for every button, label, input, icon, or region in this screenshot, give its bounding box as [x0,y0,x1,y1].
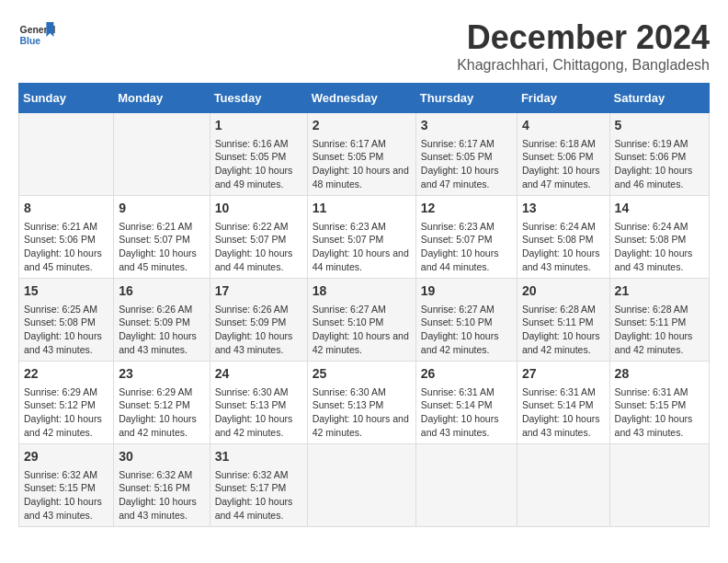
calendar-day-cell: 27Sunrise: 6:31 AMSunset: 5:14 PMDayligh… [517,362,609,444]
logo-icon: General Blue [18,18,55,55]
empty-calendar-cell [609,444,709,527]
calendar-day-cell: 14Sunrise: 6:24 AMSunset: 5:08 PMDayligh… [609,196,709,279]
calendar-day-cell: 23Sunrise: 6:29 AMSunset: 5:12 PMDayligh… [114,362,210,444]
title-section: December 2024 Khagrachhari, Chittagong, … [457,18,710,74]
day-number: 27 [522,365,605,384]
calendar-day-cell: 28Sunrise: 6:31 AMSunset: 5:15 PMDayligh… [609,362,709,444]
calendar-day-cell: 4Sunrise: 6:18 AMSunset: 5:06 PMDaylight… [517,113,609,196]
day-number: 12 [421,200,512,218]
day-number: 26 [421,365,512,384]
day-number: 2 [313,117,411,135]
day-number: 17 [215,282,302,301]
day-number: 4 [522,117,605,135]
day-of-week-header: Tuesday [210,84,307,113]
calendar-day-cell: 19Sunrise: 6:27 AMSunset: 5:10 PMDayligh… [415,279,517,362]
calendar-day-cell: 1Sunrise: 6:16 AMSunset: 5:05 PMDaylight… [210,113,307,196]
calendar-day-cell: 8Sunrise: 6:21 AMSunset: 5:06 PMDaylight… [19,196,114,279]
calendar-day-cell: 31Sunrise: 6:32 AMSunset: 5:17 PMDayligh… [210,444,307,527]
empty-calendar-cell [307,444,415,527]
calendar-day-cell: 26Sunrise: 6:31 AMSunset: 5:14 PMDayligh… [415,362,517,444]
calendar-day-cell: 25Sunrise: 6:30 AMSunset: 5:13 PMDayligh… [307,362,415,444]
day-of-week-header: Thursday [415,84,517,113]
day-number: 29 [24,448,108,466]
calendar-day-cell: 12Sunrise: 6:23 AMSunset: 5:07 PMDayligh… [415,196,517,279]
calendar-table: SundayMondayTuesdayWednesdayThursdayFrid… [18,83,710,527]
day-number: 10 [215,200,302,218]
empty-calendar-cell [415,444,517,527]
location-subtitle: Khagrachhari, Chittagong, Bangladesh [457,57,710,74]
day-number: 3 [421,117,512,135]
day-number: 18 [313,282,411,301]
day-number: 24 [215,365,302,384]
svg-text:Blue: Blue [20,36,41,46]
header: General Blue December 2024 Khagrachhari,… [18,18,710,74]
calendar-day-cell: 3Sunrise: 6:17 AMSunset: 5:05 PMDaylight… [415,113,517,196]
empty-calendar-cell [114,113,210,196]
day-of-week-header: Sunday [19,84,114,113]
calendar-header-row: SundayMondayTuesdayWednesdayThursdayFrid… [19,84,710,113]
day-number: 30 [119,448,204,466]
day-number: 15 [24,282,108,301]
day-number: 19 [421,282,512,301]
day-number: 11 [313,200,411,218]
day-number: 28 [615,365,704,384]
day-number: 16 [119,282,204,301]
day-of-week-header: Friday [517,84,609,113]
calendar-day-cell: 21Sunrise: 6:28 AMSunset: 5:11 PMDayligh… [609,279,709,362]
calendar-week-row: 15Sunrise: 6:25 AMSunset: 5:08 PMDayligh… [19,279,710,362]
calendar-day-cell: 20Sunrise: 6:28 AMSunset: 5:11 PMDayligh… [517,279,609,362]
empty-calendar-cell [517,444,609,527]
calendar-day-cell: 16Sunrise: 6:26 AMSunset: 5:09 PMDayligh… [114,279,210,362]
month-year-title: December 2024 [457,18,710,57]
day-number: 5 [615,117,704,135]
calendar-day-cell: 10Sunrise: 6:22 AMSunset: 5:07 PMDayligh… [210,196,307,279]
calendar-day-cell: 5Sunrise: 6:19 AMSunset: 5:06 PMDaylight… [609,113,709,196]
calendar-day-cell: 29Sunrise: 6:32 AMSunset: 5:15 PMDayligh… [19,444,114,527]
calendar-day-cell: 17Sunrise: 6:26 AMSunset: 5:09 PMDayligh… [210,279,307,362]
calendar-week-row: 29Sunrise: 6:32 AMSunset: 5:15 PMDayligh… [19,444,710,527]
calendar-day-cell: 22Sunrise: 6:29 AMSunset: 5:12 PMDayligh… [19,362,114,444]
day-number: 22 [24,365,108,384]
calendar-day-cell: 30Sunrise: 6:32 AMSunset: 5:16 PMDayligh… [114,444,210,527]
calendar-week-row: 1Sunrise: 6:16 AMSunset: 5:05 PMDaylight… [19,113,710,196]
calendar-day-cell: 13Sunrise: 6:24 AMSunset: 5:08 PMDayligh… [517,196,609,279]
day-number: 20 [522,282,605,301]
calendar-day-cell: 15Sunrise: 6:25 AMSunset: 5:08 PMDayligh… [19,279,114,362]
calendar-day-cell: 18Sunrise: 6:27 AMSunset: 5:10 PMDayligh… [307,279,415,362]
day-number: 9 [119,200,204,218]
day-number: 14 [615,200,704,218]
day-number: 8 [24,200,108,218]
empty-calendar-cell [19,113,114,196]
day-number: 25 [313,365,411,384]
day-number: 21 [615,282,704,301]
calendar-week-row: 22Sunrise: 6:29 AMSunset: 5:12 PMDayligh… [19,362,710,444]
day-number: 1 [215,117,302,135]
calendar-day-cell: 9Sunrise: 6:21 AMSunset: 5:07 PMDaylight… [114,196,210,279]
day-of-week-header: Monday [114,84,210,113]
logo: General Blue [18,18,59,55]
calendar-day-cell: 11Sunrise: 6:23 AMSunset: 5:07 PMDayligh… [307,196,415,279]
calendar-day-cell: 2Sunrise: 6:17 AMSunset: 5:05 PMDaylight… [307,113,415,196]
day-number: 23 [119,365,204,384]
day-number: 13 [522,200,605,218]
calendar-week-row: 8Sunrise: 6:21 AMSunset: 5:06 PMDaylight… [19,196,710,279]
calendar-day-cell: 24Sunrise: 6:30 AMSunset: 5:13 PMDayligh… [210,362,307,444]
day-of-week-header: Wednesday [307,84,415,113]
day-number: 31 [215,448,302,466]
day-of-week-header: Saturday [609,84,709,113]
